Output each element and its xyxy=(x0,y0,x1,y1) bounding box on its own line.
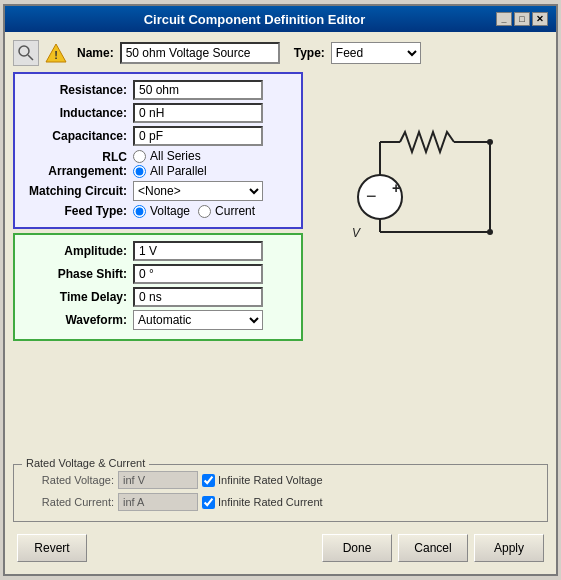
rated-voltage-label: Rated Voltage: xyxy=(24,474,114,486)
rated-box: Rated Voltage & Current Rated Voltage: I… xyxy=(13,464,548,522)
name-row: Name: Type: Feed xyxy=(77,42,421,64)
right-panel: + − V xyxy=(311,72,548,454)
green-box: Amplitude: Phase Shift: Time Delay: xyxy=(13,233,303,341)
feed-type-label: Feed Type: xyxy=(23,204,133,218)
resistance-row: Resistance: xyxy=(23,80,293,100)
time-delay-input[interactable] xyxy=(133,287,263,307)
waveform-select[interactable]: Automatic Sinusoidal Pulse xyxy=(133,310,263,330)
feed-current-option[interactable]: Current xyxy=(198,204,255,218)
rated-current-input xyxy=(118,493,198,511)
phase-shift-input[interactable] xyxy=(133,264,263,284)
amplitude-row: Amplitude: xyxy=(23,241,293,261)
rated-title: Rated Voltage & Current xyxy=(22,457,149,469)
feed-voltage-radio[interactable] xyxy=(133,205,146,218)
close-button[interactable]: ✕ xyxy=(532,12,548,26)
type-label: Type: xyxy=(294,46,325,60)
rated-voltage-row: Rated Voltage: Infinite Rated Voltage xyxy=(24,471,537,489)
type-select[interactable]: Feed xyxy=(331,42,421,64)
infinite-current-check[interactable]: Infinite Rated Current xyxy=(202,496,323,509)
search-icon[interactable] xyxy=(13,40,39,66)
time-delay-label: Time Delay: xyxy=(23,290,133,304)
apply-button[interactable]: Apply xyxy=(474,534,544,562)
feed-voltage-label: Voltage xyxy=(150,204,190,218)
infinite-voltage-label: Infinite Rated Voltage xyxy=(218,474,323,486)
svg-text:+: + xyxy=(392,180,400,196)
matching-row: Matching Circuit: <None> xyxy=(23,181,293,201)
infinite-current-label: Infinite Rated Current xyxy=(218,496,323,508)
inductance-input[interactable] xyxy=(133,103,263,123)
rlc-all-parallel-label: All Parallel xyxy=(150,164,207,178)
feed-type-row: Feed Type: Voltage Current xyxy=(23,204,293,218)
svg-text:−: − xyxy=(366,186,377,206)
window-body: ! Name: Type: Feed Resis xyxy=(5,32,556,574)
name-label: Name: xyxy=(77,46,114,60)
phase-shift-label: Phase Shift: xyxy=(23,267,133,281)
bottom-buttons: Revert Done Cancel Apply xyxy=(13,528,548,566)
minimize-button[interactable]: _ xyxy=(496,12,512,26)
feed-current-radio[interactable] xyxy=(198,205,211,218)
top-row: ! Name: Type: Feed xyxy=(13,40,548,66)
feed-voltage-option[interactable]: Voltage xyxy=(133,204,190,218)
rated-current-label: Rated Current: xyxy=(24,496,114,508)
main-area: Resistance: Inductance: Capacitance: xyxy=(13,72,548,454)
cancel-button[interactable]: Cancel xyxy=(398,534,468,562)
svg-point-0 xyxy=(19,46,29,56)
svg-text:V: V xyxy=(352,226,361,240)
rlc-all-series-label: All Series xyxy=(150,149,201,163)
amplitude-label: Amplitude: xyxy=(23,244,133,258)
rlc-label: RLC Arrangement: xyxy=(23,150,133,178)
phase-shift-row: Phase Shift: xyxy=(23,264,293,284)
inductance-row: Inductance: xyxy=(23,103,293,123)
resistance-input[interactable] xyxy=(133,80,263,100)
feed-type-options: Voltage Current xyxy=(133,204,255,218)
capacitance-input[interactable] xyxy=(133,126,263,146)
feed-current-label: Current xyxy=(215,204,255,218)
circuit-diagram: + − V xyxy=(340,102,520,262)
amplitude-input[interactable] xyxy=(133,241,263,261)
right-buttons: Done Cancel Apply xyxy=(322,534,544,562)
name-input[interactable] xyxy=(120,42,280,64)
done-button[interactable]: Done xyxy=(322,534,392,562)
rlc-radio-group: All Series All Parallel xyxy=(133,149,207,178)
left-panel: Resistance: Inductance: Capacitance: xyxy=(13,72,303,454)
infinite-voltage-checkbox[interactable] xyxy=(202,474,215,487)
rlc-all-series-radio[interactable] xyxy=(133,150,146,163)
rlc-all-parallel-option[interactable]: All Parallel xyxy=(133,164,207,178)
icon-area: ! xyxy=(13,40,69,66)
rated-current-row: Rated Current: Infinite Rated Current xyxy=(24,493,537,511)
titlebar: Circuit Component Definition Editor _ □ … xyxy=(5,6,556,32)
titlebar-title: Circuit Component Definition Editor xyxy=(13,12,496,27)
matching-label: Matching Circuit: xyxy=(23,184,133,198)
capacitance-row: Capacitance: xyxy=(23,126,293,146)
maximize-button[interactable]: □ xyxy=(514,12,530,26)
rlc-all-series-option[interactable]: All Series xyxy=(133,149,207,163)
capacitance-label: Capacitance: xyxy=(23,129,133,143)
blue-box: Resistance: Inductance: Capacitance: xyxy=(13,72,303,229)
infinite-voltage-check[interactable]: Infinite Rated Voltage xyxy=(202,474,323,487)
matching-select[interactable]: <None> xyxy=(133,181,263,201)
titlebar-controls: _ □ ✕ xyxy=(496,12,548,26)
main-window: Circuit Component Definition Editor _ □ … xyxy=(3,4,558,576)
revert-button[interactable]: Revert xyxy=(17,534,87,562)
rlc-all-parallel-radio[interactable] xyxy=(133,165,146,178)
time-delay-row: Time Delay: xyxy=(23,287,293,307)
infinite-current-checkbox[interactable] xyxy=(202,496,215,509)
rlc-row: RLC Arrangement: All Series All Parallel xyxy=(23,149,293,178)
svg-text:!: ! xyxy=(54,49,58,61)
inductance-label: Inductance: xyxy=(23,106,133,120)
waveform-row: Waveform: Automatic Sinusoidal Pulse xyxy=(23,310,293,330)
waveform-label: Waveform: xyxy=(23,313,133,327)
svg-line-1 xyxy=(28,55,33,60)
resistance-label: Resistance: xyxy=(23,83,133,97)
warning-icon: ! xyxy=(43,40,69,66)
rated-voltage-input xyxy=(118,471,198,489)
